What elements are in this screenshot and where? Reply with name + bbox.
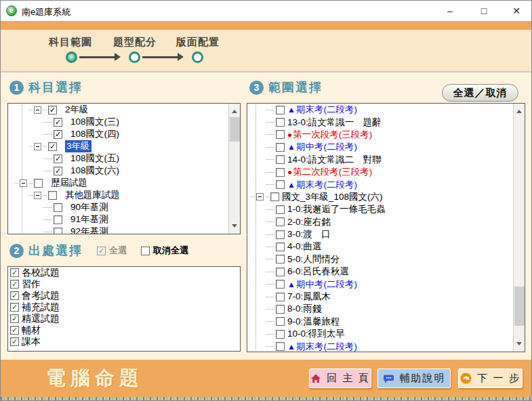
next-step-button[interactable]: 下 一 步 (458, 368, 523, 388)
checkbox[interactable] (48, 191, 57, 200)
tree-item[interactable]: 7-0:鳳凰木 (247, 291, 525, 303)
tree-item-label[interactable]: 第一次段考(三段考) (293, 129, 372, 141)
checkbox[interactable] (276, 205, 285, 214)
minimize-button[interactable]: – (438, 1, 462, 21)
tree-item-label[interactable]: 108國文(三) (70, 116, 119, 128)
checkbox[interactable] (276, 168, 285, 177)
tree-item[interactable]: 10-0:得到太早 (247, 328, 525, 340)
checkbox[interactable] (54, 215, 62, 224)
close-button[interactable]: ✕ (505, 1, 528, 21)
tree-item[interactable]: 14-0:語文常識二 對聯 (247, 154, 525, 166)
checkbox[interactable]: ✓ (48, 106, 57, 114)
tree-item[interactable]: ✓2年級 (8, 104, 240, 116)
source-list-item[interactable]: ✓輔材 (8, 324, 240, 336)
checkbox[interactable] (276, 305, 285, 314)
tree-item-label[interactable]: 13-0:語文常識一 題辭 (287, 117, 382, 129)
tree-item[interactable]: ▲期中考(二段考) (247, 141, 525, 153)
tree-item[interactable]: 90年基測 (8, 201, 240, 213)
checkbox[interactable] (54, 228, 62, 235)
checkbox[interactable] (276, 255, 285, 263)
tree-item-label[interactable]: 91年基測 (70, 213, 108, 226)
checkbox[interactable] (276, 180, 285, 189)
maximize-button[interactable]: □ (472, 1, 495, 21)
checkbox[interactable] (276, 293, 285, 301)
tree-item[interactable]: ✓108國文(六) (8, 165, 240, 177)
select-all-checkbox[interactable]: ✓ 全選 (97, 245, 127, 257)
tree-item[interactable]: ✓108國文(四) (8, 128, 240, 140)
tree-item[interactable]: ▲期末考(二段考) (247, 178, 525, 190)
tree-item[interactable]: 8-0:雨錢 (247, 303, 525, 315)
checkbox[interactable] (276, 317, 285, 326)
tree-item-label[interactable]: 期中考(二段考) (296, 278, 357, 291)
scrollbar-thumb[interactable] (230, 117, 240, 142)
tree-item-label[interactable]: 期中考(二段考) (296, 141, 357, 153)
tree-item-label[interactable]: 108國文(五) (70, 152, 119, 165)
tree-item[interactable]: 13-0:語文常識一 題辭 (247, 116, 525, 128)
tree-item[interactable]: ✓108國文(五) (8, 152, 240, 165)
tree-item[interactable]: ●第一次段考(三段考) (247, 129, 525, 141)
tree-item-label[interactable]: 108國文(四) (70, 128, 119, 140)
checkbox[interactable]: ✓ (10, 291, 19, 300)
checkbox[interactable]: ✓ (10, 337, 19, 346)
expand-collapse-icon[interactable] (34, 192, 41, 199)
tree-item[interactable]: ▲期末考(二段考) (247, 104, 525, 116)
checkbox[interactable]: ✓ (10, 303, 19, 312)
checkbox[interactable]: ✓ (48, 142, 57, 151)
tree-item-label[interactable]: 1-0:我邂逅了一條毛毛蟲 (287, 203, 386, 215)
select-toggle-button[interactable]: 全選／取消 (442, 84, 518, 102)
checkbox[interactable] (34, 179, 43, 188)
scroll-down-icon[interactable] (229, 222, 241, 234)
checkbox[interactable] (276, 330, 285, 339)
tree-item-label[interactable]: 5-0:人間情分 (287, 253, 340, 266)
subject-tree-listbox[interactable]: ✓2年級✓108國文(三)✓108國文(四)✓3年級✓108國文(五)✓108國… (7, 103, 241, 234)
tree-item[interactable]: 歷屆試題 (8, 177, 240, 189)
tree-item-label[interactable]: 期末考(二段考) (296, 104, 357, 116)
expand-collapse-icon[interactable] (256, 193, 264, 200)
range-tree-listbox[interactable]: ▲期末考(二段考)13-0:語文常識一 題辭●第一次段考(三段考)▲期中考(二段… (247, 103, 525, 352)
checkbox[interactable]: ✓ (97, 247, 106, 255)
scrollbar-thumb[interactable] (514, 287, 525, 326)
tree-item-label[interactable]: 4-0:曲選 (287, 240, 321, 253)
checkbox[interactable]: ✓ (10, 268, 19, 277)
checkbox[interactable] (276, 143, 285, 152)
source-list-item[interactable]: ✓補充試題 (8, 301, 240, 313)
tree-item-label[interactable]: 3-0:渡 口 (287, 228, 331, 240)
checkbox[interactable] (276, 118, 285, 127)
tree-item[interactable]: 4-0:曲選 (247, 240, 525, 253)
tree-item-label[interactable]: 7-0:鳳凰木 (287, 291, 331, 303)
tree-item[interactable]: 92年基測 (8, 226, 240, 234)
checkbox[interactable]: ✓ (54, 154, 62, 163)
tree-item[interactable]: 6-0:呂氏春秋選 (247, 266, 525, 278)
home-button[interactable]: 回 主 頁 (309, 368, 371, 388)
checkbox[interactable] (276, 217, 285, 226)
deselect-all-checkbox[interactable]: 取消全選 (141, 245, 188, 257)
help-button[interactable]: 輔助說明 (377, 368, 451, 388)
tree-item-label[interactable]: 3年級 (65, 140, 91, 152)
checkbox[interactable] (276, 242, 285, 251)
tree-item-label[interactable]: 90年基測 (70, 201, 108, 213)
checkbox[interactable] (276, 230, 285, 239)
tree-item[interactable]: 2-0:座右銘 (247, 216, 525, 228)
tree-item-label[interactable]: 9-0:溫馨旅程 (287, 316, 340, 328)
tree-item[interactable]: ✓108國文(三) (8, 116, 240, 128)
checkbox[interactable]: ✓ (54, 118, 62, 127)
expand-collapse-icon[interactable] (34, 143, 41, 150)
scroll-down-icon[interactable] (514, 340, 525, 352)
tree-item[interactable]: 3-0:渡 口 (247, 228, 525, 240)
tree-item-label[interactable]: 14-0:語文常識二 對聯 (287, 154, 382, 166)
tree-item-label[interactable]: 108國文(六) (70, 165, 119, 177)
checkbox[interactable] (141, 247, 150, 255)
checkbox[interactable]: ✓ (10, 314, 19, 323)
expand-collapse-icon[interactable] (20, 180, 27, 187)
tree-item-label[interactable]: 2-0:座右銘 (287, 216, 331, 228)
checkbox[interactable]: ✓ (54, 130, 62, 139)
tree-item-label[interactable]: 期末考(二段考) (296, 341, 357, 352)
tree-item-label[interactable]: 第二次段考(三段考) (293, 166, 372, 178)
tree-item-label[interactable]: 2年級 (65, 104, 89, 116)
tree-item[interactable]: 其他題庫試題 (8, 189, 240, 201)
checkbox[interactable] (276, 342, 285, 351)
tree-item-label[interactable]: 期末考(二段考) (296, 179, 357, 191)
source-list-item[interactable]: ✓會考試題 (8, 290, 240, 301)
scroll-up-icon[interactable] (514, 104, 525, 115)
tree-item[interactable]: ▲期末考(二段考) (247, 340, 525, 352)
